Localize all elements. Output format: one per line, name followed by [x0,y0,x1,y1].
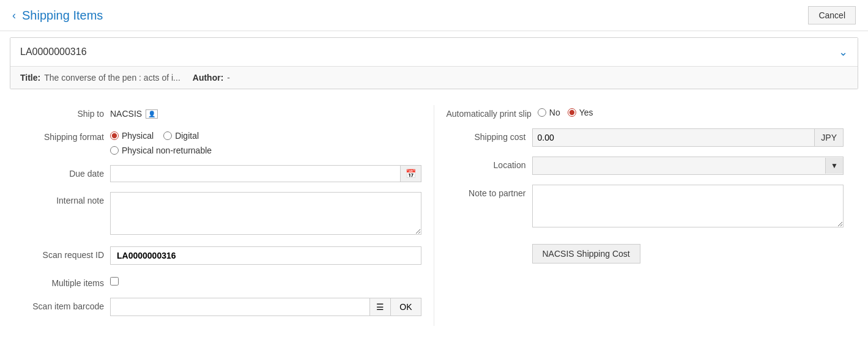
physical-radio[interactable] [110,131,119,140]
shipping-cost-wrap: JPY [532,128,844,147]
format-non-returnable[interactable]: Physical non-returnable [110,146,212,155]
barcode-input-wrap: ☰ OK [110,298,421,316]
record-header: LA0000000316 ⌄ [10,38,858,67]
format-physical[interactable]: Physical [110,131,154,141]
format-radio-group: Physical Digital Physical non-returnable [110,128,421,155]
note-to-partner-control [532,185,844,229]
multiple-items-checkbox[interactable] [110,277,119,286]
print-no[interactable]: No [538,108,560,117]
record-section: LA0000000316 ⌄ Title: The converse of th… [10,37,858,89]
location-select-wrap: ▼ [532,157,844,175]
nacsis-btn-spacer [447,239,526,243]
auto-print-yes-radio[interactable] [568,108,576,117]
author-meta: Author: - [193,73,230,83]
due-date-control: 📅 [110,165,421,182]
back-button[interactable]: ‹ [12,9,16,22]
due-date-row: Due date 📅 [24,165,421,182]
scan-request-id-row: Scan request ID [24,246,421,265]
location-select[interactable] [533,157,826,174]
multiple-items-control [110,275,421,286]
location-control: ▼ [532,157,844,175]
barcode-ok-button[interactable]: OK [390,298,421,316]
nacsis-btn-control: NACSIS Shipping Cost [532,239,844,264]
auto-print-no-radio[interactable] [538,108,546,117]
internal-note-row: Internal note [24,192,421,237]
note-to-partner-row: Note to partner [447,185,844,229]
scan-barcode-row: Scan item barcode ☰ OK [24,298,421,316]
record-meta: Title: The converse of the pen : acts of… [10,67,858,89]
scan-request-id-input[interactable] [110,246,421,265]
note-to-partner-label: Note to partner [447,185,526,198]
scan-barcode-control: ☰ OK [110,298,421,316]
print-slip-options: No Yes [538,105,844,117]
digital-label: Digital [175,131,199,141]
internal-note-label: Internal note [24,192,104,205]
ship-to-value: NACSIS 👤 [110,105,421,119]
yes-label: Yes [579,108,593,117]
auto-print-row: Automatically print slip No Yes [447,105,844,119]
due-date-label: Due date [24,165,104,179]
author-label: Author: [193,73,224,83]
due-date-input[interactable] [111,166,400,182]
digital-radio[interactable] [163,131,172,140]
date-input-wrap: 📅 [110,165,421,182]
title-value: The converse of the pen : acts of i... [44,73,180,83]
shipping-format-row: Shipping format Physical Digital [24,128,421,155]
barcode-input[interactable] [110,298,369,316]
format-radio-row-2: Physical non-returnable [110,146,421,155]
auto-print-control: No Yes [538,105,844,117]
multiple-items-label: Multiple items [24,275,104,288]
ship-to-control: NACSIS 👤 [110,105,421,119]
shipping-format-label: Shipping format [24,128,104,142]
record-id: LA0000000316 [20,46,87,57]
ship-to-icon: 👤 [146,109,158,119]
barcode-list-button[interactable]: ☰ [369,298,390,316]
header-left: ‹ Shipping Items [12,9,103,23]
shipping-format-control: Physical Digital Physical non-returnable [110,128,421,155]
ship-to-text: NACSIS [110,109,142,119]
auto-print-label: Automatically print slip [447,105,532,119]
chevron-down-icon[interactable]: ⌄ [839,45,848,59]
currency-badge: JPY [814,129,843,146]
scan-barcode-label: Scan item barcode [24,298,104,311]
scan-request-id-label: Scan request ID [24,246,104,260]
title-meta: Title: The converse of the pen : acts of… [20,73,180,83]
ship-to-label: Ship to [24,105,104,119]
internal-note-control [110,192,421,237]
form-section: Ship to NACSIS 👤 Shipping format Physica… [0,95,868,336]
right-column: Automatically print slip No Yes Shipping… [434,105,856,326]
non-returnable-radio[interactable] [110,146,119,155]
author-value: - [227,73,230,83]
print-yes[interactable]: Yes [568,108,593,117]
shipping-cost-row: Shipping cost JPY [447,128,844,147]
left-column: Ship to NACSIS 👤 Shipping format Physica… [12,105,434,326]
shipping-cost-control: JPY [532,128,844,147]
ship-to-row: Ship to NACSIS 👤 [24,105,421,119]
location-row: Location ▼ [447,157,844,175]
nacsis-shipping-cost-button[interactable]: NACSIS Shipping Cost [532,244,640,264]
note-to-partner-textarea[interactable] [532,185,844,227]
multiple-items-row: Multiple items [24,275,421,288]
scan-request-id-control [110,246,421,265]
cancel-button[interactable]: Cancel [808,6,856,24]
shipping-cost-input[interactable] [533,129,815,146]
page-title: Shipping Items [22,9,103,23]
format-digital[interactable]: Digital [163,131,199,141]
shipping-cost-label: Shipping cost [447,128,526,142]
no-label: No [549,108,560,117]
format-radio-row-1: Physical Digital [110,131,421,141]
location-label: Location [447,157,526,170]
title-label: Title: [20,73,40,83]
internal-note-textarea[interactable] [110,192,421,235]
nacsis-btn-row: NACSIS Shipping Cost [447,239,844,264]
location-dropdown-icon: ▼ [825,158,843,174]
page-header: ‹ Shipping Items Cancel [0,0,868,31]
calendar-icon[interactable]: 📅 [400,166,421,182]
physical-label: Physical [122,131,154,141]
non-returnable-label: Physical non-returnable [122,146,212,155]
